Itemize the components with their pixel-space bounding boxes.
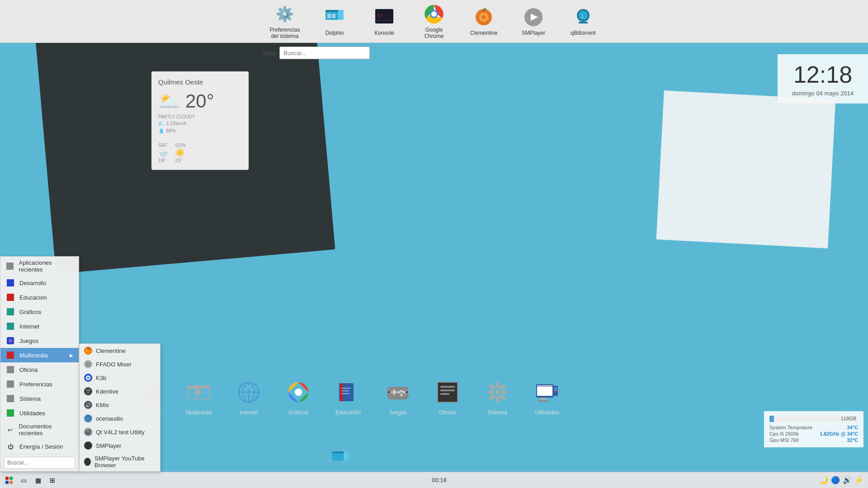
- menu-item-energia[interactable]: ⏻ Energía / Sesión: [0, 439, 79, 454]
- menu-icon-utilidades: [6, 408, 15, 418]
- oficina-label: Oficina: [439, 409, 456, 416]
- weather-icon: 🌥️: [158, 91, 181, 112]
- app-multimedia[interactable]: Multimedia: [181, 378, 217, 416]
- menu-item-internet[interactable]: Internet: [0, 319, 79, 333]
- window-button1[interactable]: ▦: [31, 474, 45, 487]
- menu-item-sistema[interactable]: Sistema: [0, 391, 79, 406]
- sysinfo-temp-row: System Temprature 34°C: [769, 425, 858, 430]
- svg-rect-77: [332, 451, 344, 453]
- svg-rect-52: [440, 386, 455, 388]
- svg-rect-73: [554, 391, 557, 392]
- menu-item-graficos[interactable]: Gráficos: [0, 305, 79, 319]
- menu-icon-graficos: [6, 307, 15, 316]
- menu-search-area: [0, 454, 79, 471]
- submenu-ffado[interactable]: 🎛️ FFADO Mixer: [80, 357, 160, 371]
- menu-item-recientes[interactable]: Aplicaciones recientes: [0, 257, 79, 276]
- menu-item-desarrollo[interactable]: Desarrollo: [0, 276, 79, 290]
- volume-tray-icon[interactable]: 🔊: [843, 476, 852, 484]
- svg-rect-71: [554, 388, 557, 389]
- submenu-clementine[interactable]: 🍊 Clementine: [80, 344, 160, 357]
- bottom-taskbar: ▭ ▦ ⊞ 00:18 🌙 🔵 🔊 ⚡: [0, 472, 868, 488]
- window-button2[interactable]: ⊞: [46, 474, 59, 487]
- svg-rect-20: [579, 22, 588, 23]
- submenu-smplayer-yt[interactable]: ▶ SMPlayer YouTube Browser: [80, 452, 160, 471]
- sistema-label: Sistema: [487, 409, 507, 416]
- svg-rect-70: [553, 386, 558, 396]
- submenu-kdenlive[interactable]: 🎬 Kdenlive: [80, 385, 160, 398]
- desktop-dolphin[interactable]: [325, 447, 356, 469]
- oficina-icon: [433, 378, 462, 407]
- taskbar-icon-smplayer[interactable]: SMPlayer: [515, 6, 552, 36]
- menu-icon-internet: [6, 322, 15, 331]
- app-internet[interactable]: Internet: [231, 378, 267, 416]
- kdenlive-sub-label: Kdenlive: [96, 388, 118, 395]
- svg-rect-81: [5, 481, 9, 484]
- svg-point-34: [251, 388, 254, 391]
- submenu-smplayer[interactable]: ▶ SMPlayer: [80, 439, 160, 452]
- internet-label: Internet: [240, 409, 258, 416]
- search-input[interactable]: [279, 47, 370, 59]
- svg-rect-4: [332, 14, 335, 18]
- multimedia-icon: [184, 378, 213, 407]
- svg-rect-1: [326, 10, 338, 12]
- sysinfo-bar: 118GB: [769, 416, 858, 422]
- battery-tray-icon[interactable]: ⚡: [854, 476, 863, 484]
- menu-item-documentos[interactable]: ↩ Documentos recientes: [0, 420, 79, 439]
- menu-label-juegos: Juegos: [19, 338, 38, 344]
- menu-icon-recientes: [6, 262, 14, 271]
- sysinfo-temp-val: 34°C: [847, 425, 858, 430]
- app-oficina[interactable]: Oficina: [429, 378, 466, 416]
- menu-item-multimedia[interactable]: Multimedia ▶: [0, 348, 79, 362]
- taskbar-icon-preferences[interactable]: ⚙️ Preferencias del sistema: [267, 3, 303, 39]
- taskbar-icon-chrome[interactable]: Google Chrome: [416, 3, 452, 39]
- app-educacion[interactable]: Educación: [330, 378, 366, 416]
- show-desktop-button[interactable]: ▭: [17, 474, 30, 487]
- taskbar-icon-clementine[interactable]: Clementine: [466, 6, 502, 36]
- taskbar-icon-konsole[interactable]: $! Konsole: [366, 6, 402, 36]
- menu-item-educacion[interactable]: Educación: [0, 290, 79, 305]
- submenu-k3b[interactable]: 💿 K3b: [80, 371, 160, 385]
- back-button[interactable]: Atrás: [262, 50, 276, 56]
- ffado-sub-icon: 🎛️: [84, 360, 92, 368]
- svg-point-10: [431, 11, 437, 17]
- svg-rect-44: [393, 389, 395, 395]
- utilidades-icon: [533, 378, 561, 407]
- svg-rect-69: [538, 400, 549, 402]
- taskbar-left: ▭ ▦ ⊞: [2, 474, 59, 487]
- konsole-icon: $!: [373, 6, 395, 28]
- svg-marker-27: [195, 389, 203, 396]
- app-graficos[interactable]: Gráficos: [280, 378, 316, 416]
- menu-label-sistema: Sistema: [19, 395, 41, 402]
- left-menu: Aplicaciones recientes Desarrollo Educac…: [0, 256, 79, 472]
- preferences-icon: ⚙️: [274, 3, 296, 25]
- kmix-sub-icon: 🔊: [84, 401, 92, 409]
- k3b-sub-label: K3b: [96, 375, 106, 381]
- qbittorrent-label: qBittorrent: [571, 30, 595, 36]
- taskbar-icon-qbittorrent[interactable]: ↓ qBittorrent: [565, 6, 601, 36]
- submenu-qtv4l2[interactable]: 📹 Qt V4L2 test Utility: [80, 425, 160, 439]
- app-juegos[interactable]: Juegos: [380, 378, 416, 416]
- qtv4l2-sub-icon: 📹: [84, 428, 92, 436]
- app-utilidades[interactable]: Utilidades: [529, 378, 565, 416]
- menu-search-input[interactable]: [4, 457, 75, 469]
- menu-item-oficina[interactable]: Oficina: [0, 362, 79, 377]
- app-sistema[interactable]: Sistema: [479, 378, 515, 416]
- submenu-ocenaudio[interactable]: 🎵 ocenaudio: [80, 412, 160, 425]
- start-button[interactable]: [2, 474, 16, 487]
- app-grid: Contactos Multimedia Internet: [131, 378, 565, 416]
- kmix-sub-label: KMix: [96, 402, 109, 408]
- network-tray-icon[interactable]: 🌙: [819, 476, 828, 484]
- menu-item-juegos[interactable]: 👾 Juegos: [0, 333, 79, 348]
- svg-rect-60: [502, 391, 507, 394]
- menu-item-utilidades[interactable]: Utilidades: [0, 406, 79, 420]
- educacion-icon: [334, 378, 363, 407]
- menu-item-preferencias[interactable]: Preferencias: [0, 377, 79, 391]
- taskbar-icon-dolphin[interactable]: Dolphin: [316, 6, 353, 36]
- submenu-kmix[interactable]: 🔊 KMix: [80, 398, 160, 412]
- menu-icon-educacion: [6, 293, 15, 302]
- clock-time: 12:18: [787, 61, 859, 88]
- svg-rect-59: [487, 391, 493, 394]
- multimedia-label: Multimedia: [186, 409, 212, 416]
- bluetooth-tray-icon[interactable]: 🔵: [831, 476, 840, 484]
- svg-rect-72: [554, 389, 557, 390]
